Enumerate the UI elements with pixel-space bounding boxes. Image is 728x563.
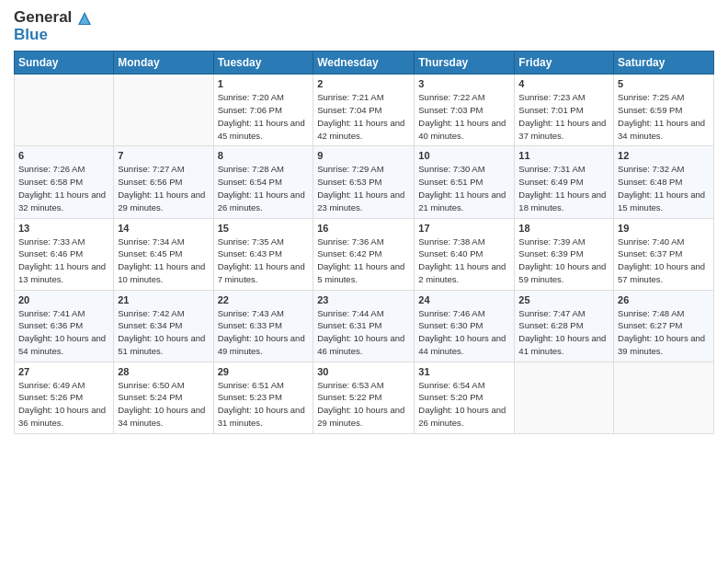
calendar-cell: 18Sunrise: 7:39 AM Sunset: 6:39 PM Dayli… <box>515 218 614 290</box>
page: General Blue SundayMondayTuesdayWednesda… <box>0 0 728 563</box>
calendar-cell: 31Sunrise: 6:54 AM Sunset: 5:20 PM Dayli… <box>415 362 515 433</box>
day-info: Sunrise: 7:35 AM Sunset: 6:43 PM Dayligh… <box>218 236 310 286</box>
day-number: 16 <box>317 223 410 234</box>
day-number: 10 <box>418 150 510 161</box>
calendar-cell: 23Sunrise: 7:44 AM Sunset: 6:31 PM Dayli… <box>313 290 415 362</box>
day-info: Sunrise: 7:42 AM Sunset: 6:34 PM Dayligh… <box>118 307 209 358</box>
day-number: 11 <box>518 150 609 161</box>
day-info: Sunrise: 6:53 AM Sunset: 5:22 PM Dayligh… <box>317 379 410 430</box>
logo-blue-text: Blue <box>14 27 48 44</box>
calendar-cell: 25Sunrise: 7:47 AM Sunset: 6:28 PM Dayli… <box>515 290 614 362</box>
day-number: 5 <box>618 78 710 89</box>
calendar-week-row: 6Sunrise: 7:26 AM Sunset: 6:58 PM Daylig… <box>15 146 714 218</box>
day-number: 14 <box>118 223 209 234</box>
day-number: 23 <box>317 294 410 305</box>
day-info: Sunrise: 7:36 AM Sunset: 6:42 PM Dayligh… <box>317 236 410 286</box>
day-info: Sunrise: 7:27 AM Sunset: 6:56 PM Dayligh… <box>118 163 209 213</box>
day-number: 1 <box>218 78 310 89</box>
day-info: Sunrise: 7:32 AM Sunset: 6:48 PM Dayligh… <box>618 163 710 213</box>
calendar-week-row: 1Sunrise: 7:20 AM Sunset: 7:06 PM Daylig… <box>15 75 714 146</box>
day-number: 4 <box>518 78 609 89</box>
col-header-friday: Friday <box>515 52 614 75</box>
calendar-cell: 16Sunrise: 7:36 AM Sunset: 6:42 PM Dayli… <box>313 218 415 290</box>
logo: General Blue <box>14 9 93 43</box>
day-number: 3 <box>418 78 510 89</box>
calendar-cell <box>515 362 614 433</box>
day-number: 2 <box>317 78 410 89</box>
header: General Blue <box>14 9 714 43</box>
day-info: Sunrise: 7:25 AM Sunset: 6:59 PM Dayligh… <box>618 91 710 142</box>
day-number: 7 <box>118 150 209 161</box>
day-number: 27 <box>18 366 109 377</box>
calendar-cell: 28Sunrise: 6:50 AM Sunset: 5:24 PM Dayli… <box>114 362 213 433</box>
calendar-cell: 27Sunrise: 6:49 AM Sunset: 5:26 PM Dayli… <box>15 362 114 433</box>
calendar-cell <box>114 75 213 146</box>
calendar-cell: 4Sunrise: 7:23 AM Sunset: 7:01 PM Daylig… <box>515 75 614 146</box>
day-info: Sunrise: 7:39 AM Sunset: 6:39 PM Dayligh… <box>518 236 609 286</box>
calendar-cell: 13Sunrise: 7:33 AM Sunset: 6:46 PM Dayli… <box>15 218 114 290</box>
col-header-monday: Monday <box>114 52 213 75</box>
calendar-cell: 30Sunrise: 6:53 AM Sunset: 5:22 PM Dayli… <box>313 362 415 433</box>
day-info: Sunrise: 7:46 AM Sunset: 6:30 PM Dayligh… <box>418 307 510 358</box>
calendar-cell: 10Sunrise: 7:30 AM Sunset: 6:51 PM Dayli… <box>415 146 515 218</box>
day-info: Sunrise: 7:30 AM Sunset: 6:51 PM Dayligh… <box>418 163 510 213</box>
calendar-cell: 2Sunrise: 7:21 AM Sunset: 7:04 PM Daylig… <box>313 75 415 146</box>
calendar-table: SundayMondayTuesdayWednesdayThursdayFrid… <box>14 51 714 433</box>
calendar-cell: 14Sunrise: 7:34 AM Sunset: 6:45 PM Dayli… <box>114 218 213 290</box>
day-info: Sunrise: 7:26 AM Sunset: 6:58 PM Dayligh… <box>18 163 109 213</box>
day-info: Sunrise: 7:47 AM Sunset: 6:28 PM Dayligh… <box>518 307 609 358</box>
day-info: Sunrise: 6:50 AM Sunset: 5:24 PM Dayligh… <box>118 379 209 430</box>
day-number: 20 <box>18 294 109 305</box>
calendar-cell: 1Sunrise: 7:20 AM Sunset: 7:06 PM Daylig… <box>213 75 313 146</box>
calendar-cell: 5Sunrise: 7:25 AM Sunset: 6:59 PM Daylig… <box>614 75 714 146</box>
day-info: Sunrise: 6:54 AM Sunset: 5:20 PM Dayligh… <box>418 379 510 430</box>
calendar-cell: 17Sunrise: 7:38 AM Sunset: 6:40 PM Dayli… <box>415 218 515 290</box>
calendar-cell: 21Sunrise: 7:42 AM Sunset: 6:34 PM Dayli… <box>114 290 213 362</box>
day-number: 25 <box>518 294 609 305</box>
calendar-header-row: SundayMondayTuesdayWednesdayThursdayFrid… <box>15 52 714 75</box>
day-info: Sunrise: 7:41 AM Sunset: 6:36 PM Dayligh… <box>18 307 109 358</box>
calendar-cell: 12Sunrise: 7:32 AM Sunset: 6:48 PM Dayli… <box>614 146 714 218</box>
day-info: Sunrise: 7:43 AM Sunset: 6:33 PM Dayligh… <box>218 307 310 358</box>
day-number: 22 <box>218 294 310 305</box>
day-number: 31 <box>418 366 510 377</box>
day-info: Sunrise: 7:23 AM Sunset: 7:01 PM Dayligh… <box>518 91 609 142</box>
day-info: Sunrise: 7:31 AM Sunset: 6:49 PM Dayligh… <box>518 163 609 213</box>
day-info: Sunrise: 7:44 AM Sunset: 6:31 PM Dayligh… <box>317 307 410 358</box>
col-header-tuesday: Tuesday <box>213 52 313 75</box>
calendar-cell: 15Sunrise: 7:35 AM Sunset: 6:43 PM Dayli… <box>213 218 313 290</box>
day-number: 12 <box>618 150 710 161</box>
col-header-wednesday: Wednesday <box>313 52 415 75</box>
calendar-cell: 6Sunrise: 7:26 AM Sunset: 6:58 PM Daylig… <box>15 146 114 218</box>
day-info: Sunrise: 7:28 AM Sunset: 6:54 PM Dayligh… <box>218 163 310 213</box>
day-info: Sunrise: 7:20 AM Sunset: 7:06 PM Dayligh… <box>218 91 310 142</box>
day-info: Sunrise: 6:49 AM Sunset: 5:26 PM Dayligh… <box>18 379 109 430</box>
day-number: 24 <box>418 294 510 305</box>
day-number: 26 <box>618 294 710 305</box>
day-number: 19 <box>618 223 710 234</box>
calendar-cell: 20Sunrise: 7:41 AM Sunset: 6:36 PM Dayli… <box>15 290 114 362</box>
calendar-cell: 11Sunrise: 7:31 AM Sunset: 6:49 PM Dayli… <box>515 146 614 218</box>
day-number: 8 <box>218 150 310 161</box>
calendar-week-row: 27Sunrise: 6:49 AM Sunset: 5:26 PM Dayli… <box>15 362 714 433</box>
calendar-cell: 24Sunrise: 7:46 AM Sunset: 6:30 PM Dayli… <box>415 290 515 362</box>
col-header-thursday: Thursday <box>415 52 515 75</box>
calendar-cell: 9Sunrise: 7:29 AM Sunset: 6:53 PM Daylig… <box>313 146 415 218</box>
calendar-cell: 3Sunrise: 7:22 AM Sunset: 7:03 PM Daylig… <box>415 75 515 146</box>
day-number: 15 <box>218 223 310 234</box>
logo-icon <box>76 10 93 27</box>
day-number: 6 <box>18 150 109 161</box>
day-number: 17 <box>418 223 510 234</box>
calendar-cell: 29Sunrise: 6:51 AM Sunset: 5:23 PM Dayli… <box>213 362 313 433</box>
day-number: 18 <box>518 223 609 234</box>
calendar-week-row: 20Sunrise: 7:41 AM Sunset: 6:36 PM Dayli… <box>15 290 714 362</box>
calendar-week-row: 13Sunrise: 7:33 AM Sunset: 6:46 PM Dayli… <box>15 218 714 290</box>
day-info: Sunrise: 7:48 AM Sunset: 6:27 PM Dayligh… <box>618 307 710 358</box>
day-number: 28 <box>118 366 209 377</box>
day-info: Sunrise: 7:21 AM Sunset: 7:04 PM Dayligh… <box>317 91 410 142</box>
calendar-cell: 19Sunrise: 7:40 AM Sunset: 6:37 PM Dayli… <box>614 218 714 290</box>
day-info: Sunrise: 7:33 AM Sunset: 6:46 PM Dayligh… <box>18 236 109 286</box>
day-info: Sunrise: 7:22 AM Sunset: 7:03 PM Dayligh… <box>418 91 510 142</box>
col-header-saturday: Saturday <box>614 52 714 75</box>
day-info: Sunrise: 6:51 AM Sunset: 5:23 PM Dayligh… <box>218 379 310 430</box>
